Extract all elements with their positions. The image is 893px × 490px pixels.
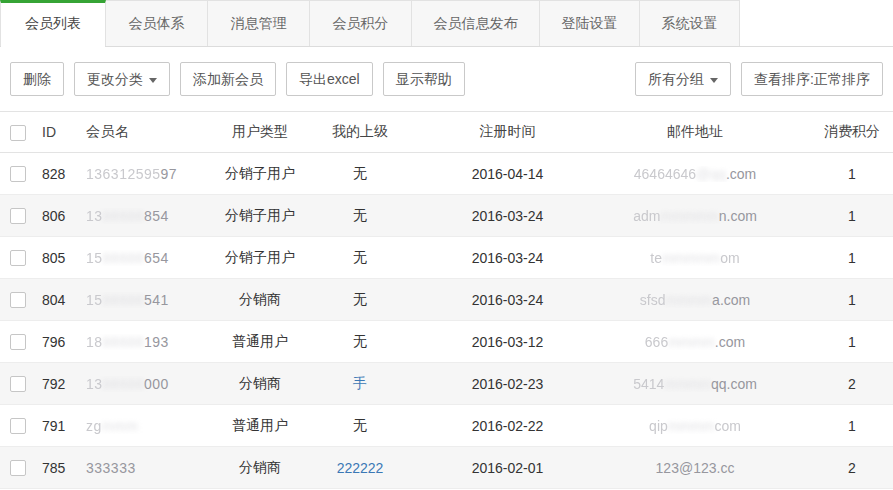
member-id: 804 xyxy=(36,292,86,308)
tab-2[interactable]: 消息管理 xyxy=(208,0,310,46)
member-id: 791 xyxy=(36,418,86,434)
row-checkbox-cell xyxy=(0,375,36,392)
member-name: 333333 xyxy=(86,460,200,476)
tab-5[interactable]: 登陆设置 xyxy=(540,0,640,46)
member-id: 792 xyxy=(36,376,86,392)
email-fragment: @qq xyxy=(696,166,726,182)
tab-1[interactable]: 会员体系 xyxy=(106,0,208,46)
row-checkbox-cell xyxy=(0,291,36,308)
user-type: 分销商 xyxy=(200,375,320,393)
register-time: 2016-03-24 xyxy=(400,208,615,224)
table-row: 82813631259597分销子用户无2016-04-1446464646@q… xyxy=(0,153,893,195)
email-fragment: te xyxy=(650,250,662,266)
consume-points: 1 xyxy=(775,292,893,308)
row-checkbox[interactable] xyxy=(10,166,26,182)
email-address: 123@123.cc xyxy=(615,460,775,476)
upline-link[interactable]: 手 xyxy=(353,375,367,391)
row-checkbox[interactable] xyxy=(10,376,26,392)
row-checkbox[interactable] xyxy=(10,418,26,434)
member-name-fragment: 541 xyxy=(144,292,169,308)
email-address: qipmmmmcom xyxy=(615,418,775,434)
tab-6[interactable]: 系统设置 xyxy=(640,0,740,46)
member-id: 796 xyxy=(36,334,86,350)
select-all-checkbox[interactable] xyxy=(10,125,26,141)
member-name-fragment: 000 xyxy=(144,376,169,392)
member-name-fragment: 13 xyxy=(86,208,103,224)
consume-points: 1 xyxy=(775,334,893,350)
row-checkbox[interactable] xyxy=(10,250,26,266)
upline-value: 无 xyxy=(353,249,367,265)
email-fragment: n.com xyxy=(719,208,757,224)
member-name: 1588888654 xyxy=(86,250,200,266)
email-address: 46464646@qq.com xyxy=(615,166,775,182)
member-name-fragment: 13 xyxy=(86,376,103,392)
member-name-fragment: 88888 xyxy=(103,250,144,266)
header-id: ID xyxy=(36,124,86,140)
member-id: 785 xyxy=(36,460,86,476)
member-name-fragment: 88888 xyxy=(103,292,144,308)
email-fragment: 666 xyxy=(645,334,668,350)
member-name: 1888888193 xyxy=(86,334,200,350)
member-name: zgmmm xyxy=(86,418,200,434)
user-type: 分销子用户 xyxy=(200,207,320,225)
row-checkbox-cell xyxy=(0,333,36,350)
member-id: 828 xyxy=(36,166,86,182)
tab-3[interactable]: 会员积分 xyxy=(310,0,412,46)
header-my-upline: 我的上级 xyxy=(320,123,400,141)
member-name-fragment: 97 xyxy=(161,166,178,182)
show-help-button[interactable]: 显示帮助 xyxy=(383,62,465,96)
table-row: 785333333分销商2222222016-02-01123@123.cc2 xyxy=(0,447,893,489)
upline-value: 无 xyxy=(353,417,367,433)
change-category-dropdown[interactable]: 更改分类 xyxy=(74,62,170,96)
row-checkbox-cell xyxy=(0,417,36,434)
sort-order-button[interactable]: 查看排序:正常排序 xyxy=(741,62,883,96)
tab-0[interactable]: 会员列表 xyxy=(0,0,106,46)
member-id: 806 xyxy=(36,208,86,224)
table-row: 791zgmmm普通用户无2016-02-22qipmmmmcom1 xyxy=(0,405,893,447)
member-name: 1588888541 xyxy=(86,292,200,308)
row-checkbox[interactable] xyxy=(10,460,26,476)
email-address: 5414mmmmqq.com xyxy=(615,376,775,392)
consume-points: 1 xyxy=(775,418,893,434)
row-checkbox-cell xyxy=(0,459,36,476)
email-address: temmmmmom xyxy=(615,250,775,266)
member-name-fragment: 654 xyxy=(144,250,169,266)
email-fragment: mmmmm xyxy=(662,250,720,266)
email-address: 666mmmm.com xyxy=(615,334,775,350)
email-fragment: 5414 xyxy=(633,376,664,392)
user-type: 分销商 xyxy=(200,291,320,309)
upline-value: 无 xyxy=(353,207,367,223)
upline-link[interactable]: 222222 xyxy=(337,460,384,476)
member-name-fragment: 88888 xyxy=(103,376,144,392)
email-fragment: adm xyxy=(633,208,660,224)
register-time: 2016-02-23 xyxy=(400,376,615,392)
group-filter-dropdown[interactable]: 所有分组 xyxy=(635,62,731,96)
member-admin-panel: 会员列表会员体系消息管理会员积分会员信息发布登陆设置系统设置 删除 更改分类 添… xyxy=(0,0,893,489)
user-type: 分销商 xyxy=(200,459,320,477)
email-fragment: .com xyxy=(726,166,756,182)
delete-button[interactable]: 删除 xyxy=(10,62,64,96)
email-fragment: mmmmm xyxy=(660,208,718,224)
email-fragment: qq.com xyxy=(711,376,757,392)
my-upline-cell: 手 xyxy=(320,375,400,393)
member-name-fragment: 136312595 xyxy=(86,166,161,182)
member-name-fragment: zg xyxy=(86,418,102,434)
table-header-row: ID 会员名 用户类型 我的上级 注册时间 邮件地址 消费积分 xyxy=(0,111,893,153)
header-checkbox-cell xyxy=(0,123,36,140)
consume-points: 2 xyxy=(775,376,893,392)
header-consume-points: 消费积分 xyxy=(775,123,893,141)
row-checkbox[interactable] xyxy=(10,208,26,224)
member-name-fragment: 193 xyxy=(144,334,169,350)
consume-points: 1 xyxy=(775,250,893,266)
tab-4[interactable]: 会员信息发布 xyxy=(412,0,540,46)
register-time: 2016-04-14 xyxy=(400,166,615,182)
member-name: 13631259597 xyxy=(86,166,200,182)
member-name: 1388888000 xyxy=(86,376,200,392)
export-excel-button[interactable]: 导出excel xyxy=(286,62,373,96)
row-checkbox[interactable] xyxy=(10,292,26,308)
add-member-button[interactable]: 添加新会员 xyxy=(180,62,276,96)
my-upline-cell: 无 xyxy=(320,249,400,267)
my-upline-cell: 无 xyxy=(320,417,400,435)
table-row: 8061388888854分销子用户无2016-03-24admmmmmmn.c… xyxy=(0,195,893,237)
row-checkbox[interactable] xyxy=(10,334,26,350)
